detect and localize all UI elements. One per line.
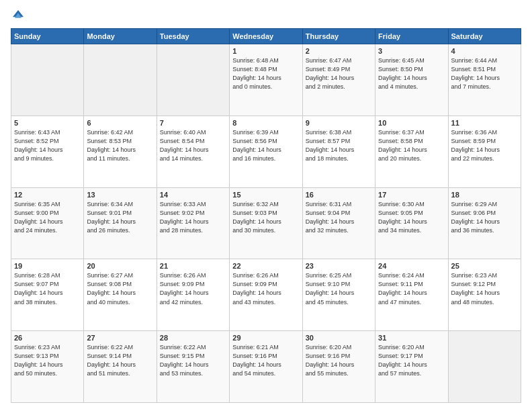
daylight-hours: Daylight: 14 hours [378,218,445,226]
sunset-text: Sunset: 9:04 PM [306,209,372,218]
daylight-minutes: and 53 minutes. [160,369,226,378]
col-header-thursday: Thursday [302,29,375,44]
sunrise-text: Sunrise: 6:31 AM [306,200,372,209]
day-cell: 17Sunrise: 6:30 AMSunset: 9:05 PMDayligh… [375,187,448,259]
day-number: 4 [451,47,518,55]
sunset-text: Sunset: 9:13 PM [14,352,81,361]
daylight-hours: Daylight: 14 hours [232,146,299,154]
day-info: Sunrise: 6:37 AMSunset: 8:58 PMDaylight:… [378,128,445,163]
daylight-hours: Daylight: 14 hours [232,218,299,226]
day-cell [157,44,229,116]
sunrise-text: Sunrise: 6:48 AM [232,56,299,65]
daylight-hours: Daylight: 14 hours [232,74,299,83]
sunrise-text: Sunrise: 6:30 AM [378,200,445,209]
daylight-hours: Daylight: 14 hours [232,289,299,298]
logo-icon [11,8,26,23]
day-number: 29 [232,334,299,342]
day-cell: 28Sunrise: 6:22 AMSunset: 9:15 PMDayligh… [157,331,229,403]
day-info: Sunrise: 6:22 AMSunset: 9:15 PMDaylight:… [160,343,226,378]
day-number: 6 [87,119,153,127]
sunrise-text: Sunrise: 6:34 AM [87,200,153,209]
day-info: Sunrise: 6:26 AMSunset: 9:09 PMDaylight:… [232,271,299,306]
sunrise-text: Sunrise: 6:21 AM [232,343,299,352]
day-number: 5 [14,119,81,127]
sunset-text: Sunset: 9:17 PM [378,352,445,361]
day-cell: 24Sunrise: 6:24 AMSunset: 9:11 PMDayligh… [375,259,448,331]
daylight-minutes: and 36 minutes. [451,226,518,235]
daylight-minutes: and 57 minutes. [378,369,445,378]
sunrise-text: Sunrise: 6:35 AM [14,200,81,209]
day-info: Sunrise: 6:44 AMSunset: 8:51 PMDaylight:… [451,56,518,91]
day-number: 7 [160,119,226,127]
sunrise-text: Sunrise: 6:42 AM [87,128,153,137]
sunset-text: Sunset: 9:03 PM [232,209,299,218]
sunrise-text: Sunrise: 6:44 AM [451,56,518,65]
day-info: Sunrise: 6:40 AMSunset: 8:54 PMDaylight:… [160,128,226,163]
col-header-saturday: Saturday [448,29,521,44]
sunset-text: Sunset: 9:02 PM [160,209,226,218]
day-number: 1 [232,47,299,55]
day-cell: 16Sunrise: 6:31 AMSunset: 9:04 PMDayligh… [302,187,375,259]
day-cell: 21Sunrise: 6:26 AMSunset: 9:09 PMDayligh… [157,259,229,331]
daylight-minutes: and 38 minutes. [14,298,81,307]
day-cell: 25Sunrise: 6:23 AMSunset: 9:12 PMDayligh… [448,259,521,331]
daylight-minutes: and 16 minutes. [232,154,299,163]
day-info: Sunrise: 6:42 AMSunset: 8:53 PMDaylight:… [87,128,153,163]
col-header-tuesday: Tuesday [157,29,229,44]
day-number: 9 [306,119,372,127]
day-info: Sunrise: 6:43 AMSunset: 8:52 PMDaylight:… [14,128,81,163]
daylight-minutes: and 0 minutes. [232,83,299,91]
daylight-hours: Daylight: 14 hours [160,146,226,154]
daylight-hours: Daylight: 14 hours [378,146,445,154]
sunrise-text: Sunrise: 6:37 AM [378,128,445,137]
day-number: 24 [378,262,445,270]
day-number: 21 [160,262,226,270]
day-info: Sunrise: 6:32 AMSunset: 9:03 PMDaylight:… [232,200,299,235]
calendar-table: SundayMondayTuesdayWednesdayThursdayFrid… [11,28,521,403]
daylight-hours: Daylight: 14 hours [306,289,372,298]
sunrise-text: Sunrise: 6:45 AM [378,56,445,65]
daylight-minutes: and 4 minutes. [378,83,445,91]
sunrise-text: Sunrise: 6:43 AM [14,128,81,137]
sunset-text: Sunset: 9:15 PM [160,352,226,361]
daylight-minutes: and 40 minutes. [87,298,153,307]
day-info: Sunrise: 6:36 AMSunset: 8:59 PMDaylight:… [451,128,518,163]
day-info: Sunrise: 6:27 AMSunset: 9:08 PMDaylight:… [87,271,153,306]
day-number: 13 [87,191,153,199]
day-number: 23 [306,262,372,270]
sunrise-text: Sunrise: 6:20 AM [378,343,445,352]
day-info: Sunrise: 6:30 AMSunset: 9:05 PMDaylight:… [378,200,445,235]
daylight-hours: Daylight: 14 hours [451,289,518,298]
daylight-hours: Daylight: 14 hours [14,146,81,154]
daylight-hours: Daylight: 14 hours [451,218,518,226]
week-row-4: 19Sunrise: 6:28 AMSunset: 9:07 PMDayligh… [11,259,521,331]
daylight-minutes: and 28 minutes. [160,226,226,235]
daylight-hours: Daylight: 14 hours [160,289,226,298]
sunset-text: Sunset: 9:01 PM [87,209,153,218]
day-number: 19 [14,262,81,270]
daylight-hours: Daylight: 14 hours [160,361,226,369]
daylight-minutes: and 18 minutes. [306,154,372,163]
sunset-text: Sunset: 8:56 PM [232,137,299,146]
day-cell: 13Sunrise: 6:34 AMSunset: 9:01 PMDayligh… [84,187,157,259]
daylight-hours: Daylight: 14 hours [306,361,372,369]
day-cell: 26Sunrise: 6:23 AMSunset: 9:13 PMDayligh… [11,331,84,403]
day-number: 22 [232,262,299,270]
daylight-minutes: and 7 minutes. [451,83,518,91]
week-row-3: 12Sunrise: 6:35 AMSunset: 9:00 PMDayligh… [11,187,521,259]
day-cell: 19Sunrise: 6:28 AMSunset: 9:07 PMDayligh… [11,259,84,331]
day-cell: 4Sunrise: 6:44 AMSunset: 8:51 PMDaylight… [448,44,521,116]
daylight-hours: Daylight: 14 hours [232,361,299,369]
daylight-minutes: and 26 minutes. [87,226,153,235]
day-cell: 29Sunrise: 6:21 AMSunset: 9:16 PMDayligh… [230,331,302,403]
sunset-text: Sunset: 9:09 PM [160,280,226,289]
daylight-hours: Daylight: 14 hours [378,361,445,369]
day-number: 14 [160,191,226,199]
daylight-minutes: and 34 minutes. [378,226,445,235]
week-row-2: 5Sunrise: 6:43 AMSunset: 8:52 PMDaylight… [11,116,521,187]
day-cell: 22Sunrise: 6:26 AMSunset: 9:09 PMDayligh… [230,259,302,331]
day-number: 16 [306,191,372,199]
day-number: 30 [306,334,372,342]
day-info: Sunrise: 6:34 AMSunset: 9:01 PMDaylight:… [87,200,153,235]
daylight-minutes: and 42 minutes. [160,298,226,307]
